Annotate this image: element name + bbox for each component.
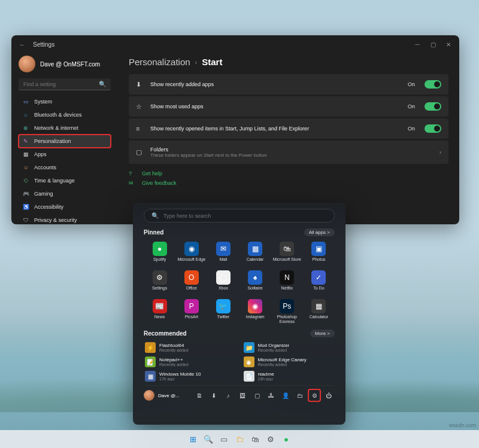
app-tile-microsoft-edge[interactable]: ◉Microsoft Edge — [175, 240, 207, 267]
back-button[interactable]: ← — [16, 38, 28, 50]
search-icon[interactable]: 🔍 — [202, 432, 215, 446]
app-tile-photos[interactable]: ▣Photos — [303, 240, 335, 267]
app-icon: ◯ — [216, 270, 231, 285]
settings-taskbar-icon[interactable]: ⚙ — [264, 432, 277, 446]
start-search[interactable]: 🔍 — [144, 209, 335, 223]
app-icon: ▦ — [311, 299, 326, 313]
sidebar-item-accessibility[interactable]: ♿Accessibility — [19, 200, 111, 214]
network-icon[interactable]: 🖧 — [265, 389, 277, 401]
help-link[interactable]: ?Get help — [129, 169, 448, 178]
setting-label: Show most used apps — [150, 103, 402, 109]
app-label: Calendar — [247, 257, 263, 266]
sidebar-item-gaming[interactable]: 🎮Gaming — [19, 187, 111, 200]
close-button[interactable]: ✕ — [442, 38, 454, 50]
start-icon[interactable]: ⊞ — [186, 432, 199, 446]
taskview-icon[interactable]: ▭ — [217, 432, 231, 446]
start-search-input[interactable] — [163, 213, 327, 219]
recommended-item[interactable]: ◉Microsoft Edge CanaryRecently added — [242, 355, 335, 368]
search-input[interactable] — [23, 81, 99, 87]
toggle-switch[interactable] — [425, 102, 441, 111]
app-label: Twitter — [217, 315, 230, 323]
nav-label: Accessibility — [34, 204, 63, 210]
sidebar-item-personalization[interactable]: ✎Personalization — [19, 135, 111, 148]
app-tile-mail[interactable]: ✉Mail — [207, 240, 239, 267]
rec-name: Flashtool64 — [159, 343, 189, 348]
sidebar-item-time-language[interactable]: ⏲Time & language — [19, 174, 111, 187]
rec-meta: Recently added — [159, 362, 189, 367]
minimize-button[interactable]: ─ — [411, 38, 423, 50]
file-icon: 📝 — [145, 356, 156, 367]
recommended-item[interactable]: ⚡Flashtool64Recently added — [144, 341, 237, 354]
setting-row[interactable]: ▢FoldersThese folders appear on Start ne… — [129, 141, 448, 164]
app-label: Microsoft Edge — [177, 257, 205, 266]
spotify-taskbar-icon[interactable]: ● — [280, 432, 293, 446]
file-icon: 📄 — [244, 371, 254, 382]
explorer-icon[interactable]: 🗀 — [233, 432, 246, 446]
breadcrumb-parent[interactable]: Personalization — [129, 57, 190, 67]
sidebar-item-system[interactable]: ▭System — [19, 95, 111, 108]
maximize-button[interactable]: ▢ — [427, 38, 439, 50]
recommended-item[interactable]: 📄readme18h ago — [242, 370, 335, 383]
power-icon[interactable]: ⏻ — [323, 389, 335, 401]
app-tile-news[interactable]: 📰News — [144, 297, 175, 325]
documents-icon[interactable]: 🗎 — [193, 389, 205, 401]
app-tile-xbox[interactable]: ◯Xbox — [207, 269, 239, 296]
personal-icon[interactable]: 👤 — [280, 389, 292, 401]
pictures-icon[interactable]: 🖼 — [237, 389, 248, 401]
app-label: PicsArt — [185, 315, 198, 323]
store-icon[interactable]: 🛍 — [248, 432, 262, 446]
setting-label: Show recently added apps — [150, 81, 402, 87]
recommended-item[interactable]: ▦Windows Mobile 1017h ago — [144, 370, 237, 383]
rec-name: Windows Mobile 10 — [159, 371, 201, 377]
sidebar-item-bluetooth-devices[interactable]: ⌂Bluetooth & devices — [19, 108, 111, 121]
app-tile-picsart[interactable]: PPicsArt — [175, 297, 207, 325]
all-apps-button[interactable]: All apps > — [304, 228, 335, 236]
app-tile-spotify[interactable]: ●Spotify — [144, 240, 175, 267]
app-icon: O — [184, 270, 199, 285]
app-tile-office[interactable]: OOffice — [175, 269, 207, 296]
app-icon: ● — [153, 242, 167, 256]
app-tile-netflix[interactable]: NNetflix — [271, 269, 303, 296]
help-link[interactable]: ✉Give feedback — [129, 178, 448, 188]
rec-name: Mod Organizer — [258, 343, 290, 348]
recommended-item[interactable]: 📁Mod OrganizerRecently added — [242, 341, 335, 354]
start-username: Dave @... — [158, 393, 180, 398]
setting-row[interactable]: ⬇Show recently added appsOn — [129, 74, 448, 95]
music-icon[interactable]: ♪ — [222, 389, 234, 401]
app-tile-settings[interactable]: ⚙Settings — [144, 269, 175, 296]
app-tile-solitaire[interactable]: ♠Solitaire — [240, 269, 271, 296]
start-user-button[interactable]: Dave @... — [144, 390, 180, 401]
titlebar: ← Settings ─ ▢ ✕ — [11, 35, 459, 53]
app-icon: 🛍 — [280, 242, 294, 256]
app-tile-microsoft-store[interactable]: 🛍Microsoft Store — [271, 240, 303, 267]
app-icon: N — [280, 270, 294, 285]
setting-row[interactable]: ≡Show recently opened items in Start, Ju… — [129, 118, 448, 139]
sidebar-item-network-internet[interactable]: ⊕Network & internet — [19, 121, 111, 135]
more-button[interactable]: More > — [310, 330, 335, 337]
sidebar-item-accounts[interactable]: ☺Accounts — [19, 161, 111, 174]
app-tile-calculator[interactable]: ▦Calculator — [303, 297, 335, 325]
settings-search[interactable]: 🔍 — [19, 78, 111, 90]
settings-icon[interactable]: ⚙ — [308, 389, 320, 401]
toggle-switch[interactable] — [425, 80, 441, 89]
app-icon: ▣ — [311, 242, 326, 256]
toggle-switch[interactable] — [425, 124, 441, 133]
help-label: Give feedback — [142, 180, 177, 186]
app-tile-twitter[interactable]: 🐦Twitter — [207, 297, 239, 325]
setting-row[interactable]: ☆Show most used appsOn — [129, 96, 448, 117]
sidebar-item-apps[interactable]: ▦Apps — [19, 148, 111, 161]
user-row[interactable]: Dave @ OnMSFT.com — [19, 56, 111, 72]
recommended-item[interactable]: 📝Notepad++Recently added — [144, 355, 237, 368]
rec-name: Microsoft Edge Canary — [258, 357, 307, 362]
explorer-icon[interactable]: 🗀 — [294, 389, 306, 401]
app-tile-instagram[interactable]: ◉Instagram — [240, 297, 271, 325]
search-icon: 🔍 — [151, 212, 159, 219]
videos-icon[interactable]: ▢ — [251, 389, 263, 401]
app-tile-calendar[interactable]: ▦Calendar — [240, 240, 271, 267]
app-tile-to-do[interactable]: ✓To Do — [303, 269, 335, 296]
nav-label: Bluetooth & devices — [34, 112, 82, 118]
downloads-icon[interactable]: ⬇ — [208, 389, 220, 401]
nav-label: Time & language — [34, 178, 75, 184]
sidebar-item-privacy-security[interactable]: 🛡Privacy & security — [19, 214, 111, 224]
app-tile-photoshop-express[interactable]: PsPhotoshop Express — [271, 297, 303, 325]
